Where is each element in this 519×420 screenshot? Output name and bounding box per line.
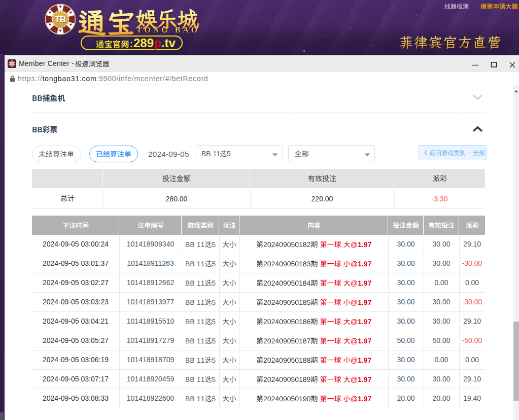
svg-text:TB: TB [55, 15, 66, 24]
